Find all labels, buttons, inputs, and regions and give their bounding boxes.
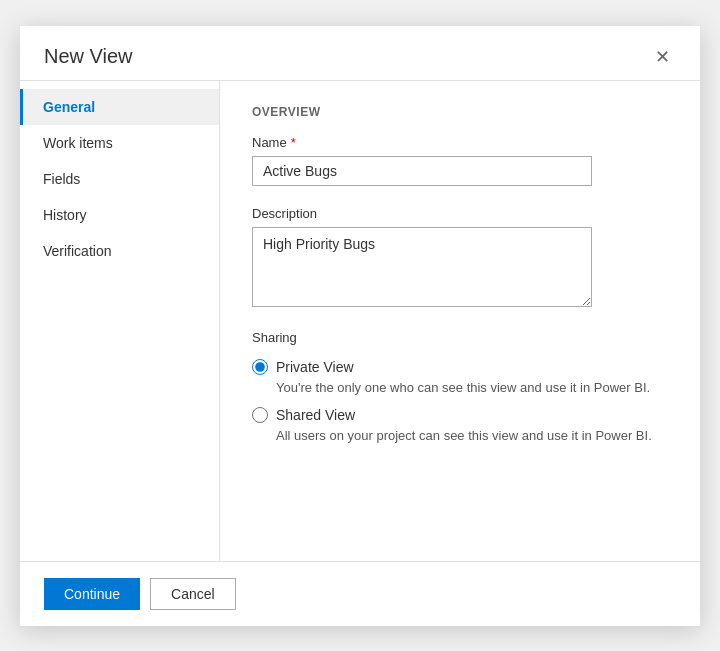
sidebar-item-verification[interactable]: Verification [20,233,219,269]
private-view-label: Private View [276,359,354,375]
description-label: Description [252,206,668,221]
shared-view-option: Shared View All users on your project ca… [252,407,668,443]
sidebar-item-work-items[interactable]: Work items [20,125,219,161]
description-field-group: Description [252,206,668,310]
sharing-label: Sharing [252,330,668,345]
dialog-header: New View ✕ [20,26,700,80]
private-view-radio[interactable] [252,359,268,375]
sidebar-item-fields[interactable]: Fields [20,161,219,197]
required-star: * [291,135,296,150]
name-input[interactable] [252,156,592,186]
dialog-body: General Work items Fields History Verifi… [20,80,700,561]
dialog-title: New View [44,45,133,68]
main-content: Overview Name * Description Sharing Priv… [220,81,700,561]
close-button[interactable]: ✕ [649,44,676,70]
shared-view-label: Shared View [276,407,355,423]
description-textarea[interactable] [252,227,592,307]
sidebar: General Work items Fields History Verifi… [20,81,220,561]
private-view-option: Private View You're the only one who can… [252,359,668,395]
private-view-desc: You're the only one who can see this vie… [276,380,668,395]
shared-view-desc: All users on your project can see this v… [276,428,668,443]
shared-view-radio[interactable] [252,407,268,423]
sidebar-item-general[interactable]: General [20,89,219,125]
overview-label: Overview [252,105,668,119]
cancel-button[interactable]: Cancel [150,578,236,610]
name-field-group: Name * [252,135,668,186]
dialog-footer: Continue Cancel [20,561,700,626]
new-view-dialog: New View ✕ General Work items Fields His… [20,26,700,626]
continue-button[interactable]: Continue [44,578,140,610]
sharing-section: Sharing Private View You're the only one… [252,330,668,443]
name-label: Name * [252,135,668,150]
sidebar-item-history[interactable]: History [20,197,219,233]
